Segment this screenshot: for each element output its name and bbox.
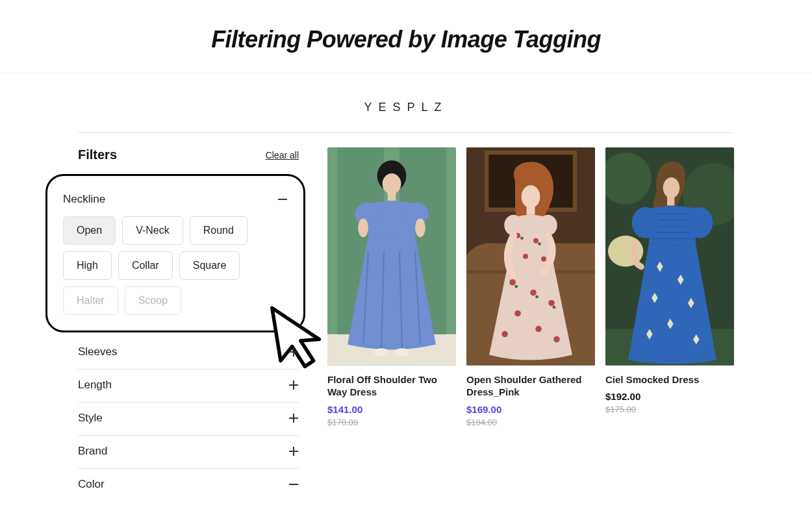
neckline-filter-panel: Neckline Open V-Neck Round High Collar S… — [45, 174, 305, 332]
svg-point-5 — [383, 173, 401, 194]
product-original-price: $175.00 — [605, 405, 734, 414]
product-price: $169.00 — [466, 404, 595, 415]
svg-point-11 — [374, 348, 388, 356]
product-original-price: $184.00 — [466, 418, 595, 427]
filter-group-label: Length — [78, 379, 112, 392]
minus-icon — [277, 194, 288, 205]
chip-halter: Halter — [63, 286, 118, 315]
svg-point-25 — [548, 300, 555, 306]
svg-point-22 — [541, 256, 546, 262]
filter-group-label: Color — [78, 478, 105, 491]
neckline-options: Open V-Neck Round High Collar Square Hal… — [62, 216, 289, 315]
filters-title: Filters — [78, 147, 117, 162]
svg-point-26 — [514, 310, 521, 317]
svg-point-7 — [355, 203, 379, 225]
svg-point-34 — [553, 306, 556, 309]
svg-point-29 — [553, 336, 560, 343]
svg-point-46 — [632, 207, 659, 238]
svg-point-23 — [509, 279, 516, 286]
chip-vneck[interactable]: V-Neck — [122, 216, 183, 245]
product-title: Floral Off Shoulder Two Way Dress — [327, 373, 456, 399]
product-card[interactable]: Ciel Smocked Dress $192.00 $175.00 — [605, 147, 734, 500]
svg-point-30 — [520, 236, 524, 240]
svg-point-47 — [686, 207, 713, 238]
product-card[interactable]: Floral Off Shoulder Two Way Dress $141.0… — [327, 147, 456, 500]
product-image — [466, 147, 595, 366]
svg-rect-40 — [667, 195, 674, 206]
svg-point-15 — [522, 185, 540, 208]
svg-point-28 — [501, 331, 508, 338]
filter-group-header-neckline[interactable]: Neckline — [62, 190, 289, 216]
clear-all-link[interactable]: Clear all — [266, 150, 299, 160]
product-image — [327, 147, 456, 366]
svg-point-33 — [535, 295, 539, 299]
chip-scoop: Scoop — [125, 286, 181, 315]
svg-point-31 — [538, 242, 541, 245]
filters-sidebar: Filters Clear all Neckline Open V-Neck R… — [78, 147, 299, 500]
filter-group-header-style[interactable]: Style — [78, 403, 299, 434]
svg-point-10 — [415, 218, 425, 237]
plus-icon — [288, 347, 299, 357]
svg-rect-6 — [388, 192, 396, 201]
chip-square[interactable]: Square — [179, 251, 240, 280]
filter-group-header-length[interactable]: Length — [78, 369, 299, 401]
svg-point-21 — [523, 254, 528, 259]
product-card[interactable]: Open Shoulder Gathered Dress_Pink $169.0… — [466, 147, 595, 500]
product-grid: Floral Off Shoulder Two Way Dress $141.0… — [327, 147, 734, 500]
filter-group-header-color[interactable]: Color — [78, 469, 299, 500]
filter-group-label: Sleeves — [78, 345, 117, 358]
filter-group-label: Style — [78, 412, 103, 425]
svg-point-20 — [533, 238, 539, 243]
svg-rect-16 — [527, 205, 535, 214]
product-original-price: $178.00 — [327, 418, 456, 427]
product-price: $192.00 — [605, 391, 734, 402]
chip-high[interactable]: High — [63, 251, 112, 280]
svg-point-12 — [395, 348, 409, 356]
svg-point-8 — [403, 203, 428, 225]
brand-logo: YESPLZ — [78, 73, 734, 132]
plus-icon — [288, 380, 299, 390]
product-title: Ciel Smocked Dress — [605, 373, 734, 386]
minus-icon — [288, 479, 299, 490]
filter-group-label: Neckline — [63, 193, 105, 206]
chip-collar[interactable]: Collar — [118, 251, 173, 280]
filter-group-header-sleeves[interactable]: Sleeves — [78, 336, 299, 368]
page-title: Filtering Powered by Image Tagging — [0, 0, 812, 73]
svg-point-27 — [535, 326, 542, 332]
svg-point-9 — [358, 218, 368, 237]
chip-open[interactable]: Open — [63, 216, 116, 245]
product-image — [605, 147, 734, 366]
product-title: Open Shoulder Gathered Dress_Pink — [466, 373, 595, 399]
filter-group-header-brand[interactable]: Brand — [78, 436, 299, 467]
chip-round[interactable]: Round — [190, 216, 247, 245]
filter-group-label: Brand — [78, 445, 107, 458]
product-price: $141.00 — [327, 404, 456, 415]
svg-point-24 — [530, 290, 537, 296]
plus-icon — [288, 446, 299, 456]
plus-icon — [288, 413, 299, 423]
svg-point-32 — [514, 285, 518, 288]
